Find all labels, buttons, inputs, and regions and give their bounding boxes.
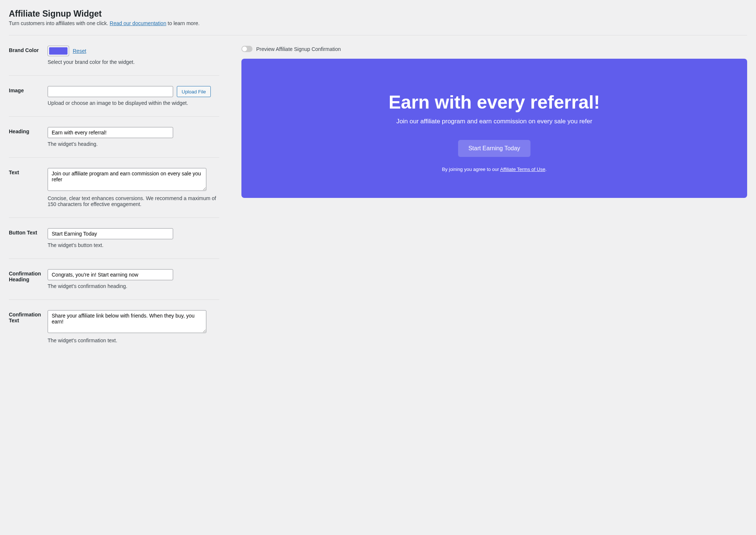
button-text-input[interactable]: [48, 228, 173, 239]
brand-color-description: Select your brand color for the widget.: [48, 59, 219, 65]
heading-row: Heading The widget's heading.: [9, 127, 219, 158]
confirmation-heading-input[interactable]: [48, 269, 173, 280]
confirmation-text-description: The widget's confirmation text.: [48, 337, 219, 343]
terms-link[interactable]: Affiliate Terms of Use: [500, 167, 545, 172]
button-text-row: Button Text The widget's button text.: [9, 228, 219, 259]
documentation-link[interactable]: Read our documentation: [110, 20, 166, 26]
image-description: Upload or choose an image to be displaye…: [48, 100, 219, 106]
confirmation-text-label: Confirmation Text: [9, 310, 48, 343]
confirmation-heading-label: Confirmation Heading: [9, 269, 48, 289]
button-text-label: Button Text: [9, 228, 48, 248]
reset-color-button[interactable]: Reset: [73, 48, 86, 54]
preview-toggle[interactable]: [241, 46, 252, 52]
terms-prefix: By joining you agree to our: [442, 167, 500, 172]
confirmation-text-input[interactable]: Share your affiliate link below with fri…: [48, 310, 206, 333]
heading-label: Heading: [9, 127, 48, 147]
brand-color-label: Brand Color: [9, 46, 48, 65]
text-row: Text Join our affiliate program and earn…: [9, 168, 219, 218]
preview-heading: Earn with every referral!: [256, 92, 732, 113]
preview-cta-button[interactable]: Start Earning Today: [458, 140, 530, 157]
preview-terms: By joining you agree to our Affiliate Te…: [256, 167, 732, 172]
color-picker[interactable]: [48, 46, 69, 56]
image-label: Image: [9, 86, 48, 106]
subtitle-suffix: to learn more.: [166, 20, 199, 26]
toggle-knob: [242, 47, 247, 51]
preview-toggle-label: Preview Affiliate Signup Confirmation: [256, 46, 341, 52]
preview-text: Join our affiliate program and earn comm…: [256, 118, 732, 125]
confirmation-heading-description: The widget's confirmation heading.: [48, 283, 219, 289]
text-input[interactable]: Join our affiliate program and earn comm…: [48, 168, 206, 191]
color-swatch: [49, 47, 68, 55]
text-label: Text: [9, 168, 48, 207]
preview-column: Preview Affiliate Signup Confirmation Ea…: [241, 46, 747, 364]
heading-input[interactable]: [48, 127, 173, 138]
image-input[interactable]: [48, 86, 173, 97]
form-column: Brand Color Reset Select your brand colo…: [9, 46, 219, 364]
text-description: Concise, clear text enhances conversions…: [48, 195, 219, 207]
preview-widget: Earn with every referral! Join our affil…: [241, 59, 747, 198]
image-row: Image Upload File Upload or choose an im…: [9, 86, 219, 117]
heading-description: The widget's heading.: [48, 141, 219, 147]
page-subtitle: Turn customers into affiliates with one …: [9, 20, 747, 26]
confirmation-heading-row: Confirmation Heading The widget's confir…: [9, 269, 219, 300]
terms-suffix: .: [545, 167, 547, 172]
brand-color-row: Brand Color Reset Select your brand colo…: [9, 46, 219, 76]
confirmation-text-row: Confirmation Text Share your affiliate l…: [9, 310, 219, 354]
page-title: Affiliate Signup Widget: [9, 9, 747, 19]
upload-file-button[interactable]: Upload File: [177, 86, 211, 97]
button-text-description: The widget's button text.: [48, 242, 219, 248]
subtitle-prefix: Turn customers into affiliates with one …: [9, 20, 110, 26]
